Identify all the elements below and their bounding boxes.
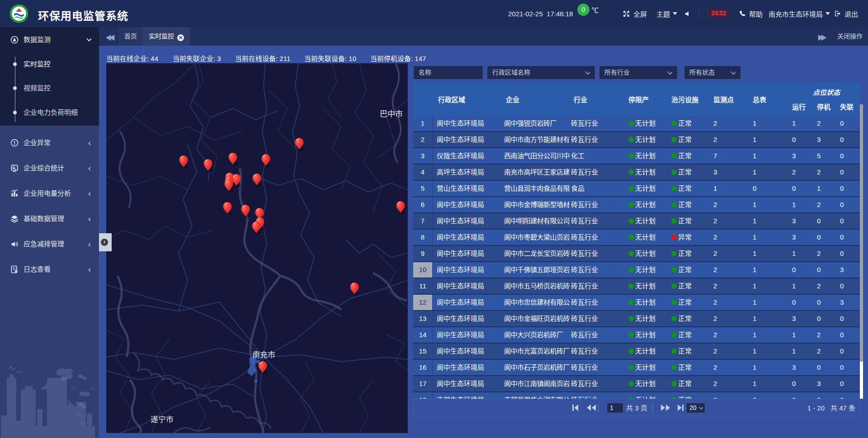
svg-text:巴中市: 巴中市 bbox=[380, 110, 403, 118]
svg-text:南充市: 南充市 bbox=[252, 351, 275, 359]
svg-text:遂宁市: 遂宁市 bbox=[151, 415, 174, 424]
